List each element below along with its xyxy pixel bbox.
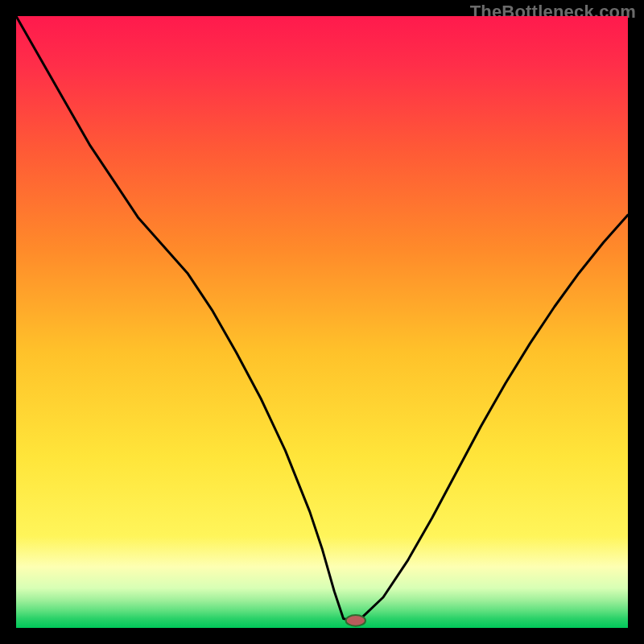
plot-svg bbox=[16, 16, 628, 628]
gradient-background bbox=[16, 16, 628, 628]
optimum-marker bbox=[346, 615, 365, 626]
plot-area bbox=[16, 16, 628, 628]
chart-frame: TheBottleneck.com bbox=[0, 0, 644, 644]
